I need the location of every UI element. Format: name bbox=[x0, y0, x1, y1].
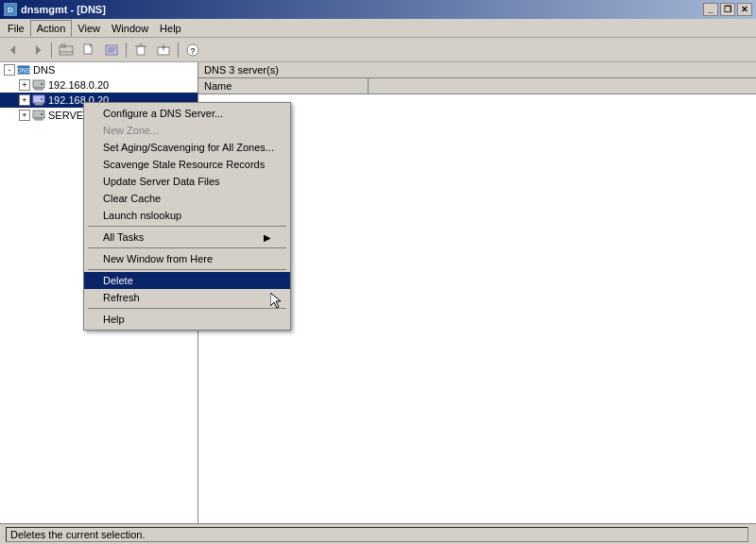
server3-icon bbox=[32, 109, 45, 122]
status-bar: Deletes the current selection. bbox=[0, 523, 756, 544]
svg-point-28 bbox=[41, 98, 43, 100]
svg-marker-3 bbox=[36, 45, 41, 55]
toolbar-sep-2 bbox=[126, 42, 127, 58]
tree-item-server1[interactable]: + 192.168.0.20 bbox=[0, 77, 198, 93]
menu-file[interactable]: File bbox=[2, 21, 30, 36]
ctx-update-server[interactable]: Update Server Data Files bbox=[84, 173, 290, 190]
help-toolbar-button[interactable]: ? bbox=[182, 41, 203, 60]
svg-rect-30 bbox=[35, 118, 43, 120]
restore-button[interactable]: ❐ bbox=[720, 3, 735, 16]
delete-toolbar-button[interactable] bbox=[130, 41, 151, 60]
console-root-button[interactable] bbox=[56, 41, 77, 60]
tree-expand-server2[interactable]: + bbox=[19, 94, 30, 106]
new-button[interactable] bbox=[78, 41, 99, 60]
svg-text:DNS: DNS bbox=[17, 67, 30, 74]
ctx-sep-3 bbox=[88, 269, 286, 270]
svg-rect-23 bbox=[33, 80, 44, 88]
right-pane-header: DNS 3 server(s) bbox=[198, 62, 756, 78]
app-icon: D bbox=[4, 3, 17, 16]
column-headers: Name bbox=[198, 78, 756, 94]
menu-help[interactable]: Help bbox=[154, 21, 187, 36]
ctx-configure-dns[interactable]: Configure a DNS Server... bbox=[84, 105, 290, 122]
ctx-all-tasks[interactable]: All Tasks ▶ bbox=[84, 229, 290, 246]
toolbar: ? bbox=[0, 38, 756, 62]
title-bar-left: D dnsmgmt - [DNS] bbox=[4, 3, 106, 16]
submenu-arrow: ▶ bbox=[264, 232, 271, 243]
ctx-launch-nslookup[interactable]: Launch nslookup bbox=[84, 207, 290, 224]
properties-button[interactable] bbox=[101, 41, 122, 60]
toolbar-sep-3 bbox=[178, 42, 179, 58]
ctx-refresh[interactable]: Refresh bbox=[84, 289, 290, 306]
menu-window[interactable]: Window bbox=[106, 21, 154, 36]
minimize-button[interactable]: _ bbox=[703, 3, 718, 16]
context-menu: Configure a DNS Server... New Zone... Se… bbox=[83, 102, 291, 331]
ctx-clear-cache[interactable]: Clear Cache bbox=[84, 190, 290, 207]
tree-dns-label: DNS bbox=[33, 64, 55, 76]
title-bar-buttons: _ ❐ ✕ bbox=[703, 3, 752, 16]
window-title: dnsmgmt - [DNS] bbox=[21, 4, 106, 15]
export-button[interactable] bbox=[153, 41, 174, 60]
svg-point-25 bbox=[41, 83, 43, 85]
svg-text:D: D bbox=[8, 6, 13, 14]
server1-icon bbox=[32, 78, 45, 92]
back-button[interactable] bbox=[4, 41, 25, 60]
status-message: Deletes the current selection. bbox=[6, 527, 748, 542]
ctx-new-zone[interactable]: New Zone... bbox=[84, 122, 290, 139]
dns-root-icon: DNS bbox=[17, 63, 30, 76]
svg-marker-2 bbox=[10, 45, 15, 55]
ctx-sep-2 bbox=[88, 247, 286, 248]
svg-rect-24 bbox=[35, 88, 43, 90]
menu-view[interactable]: View bbox=[72, 21, 106, 36]
svg-point-31 bbox=[41, 113, 43, 115]
tree-expand-dns[interactable]: - bbox=[4, 64, 15, 76]
ctx-scavenge[interactable]: Scavenge Stale Resource Records bbox=[84, 156, 290, 173]
svg-rect-13 bbox=[137, 46, 145, 55]
ctx-delete[interactable]: Delete bbox=[84, 272, 290, 289]
ctx-sep-1 bbox=[88, 226, 286, 227]
svg-text:?: ? bbox=[190, 46, 196, 56]
ctx-new-window[interactable]: New Window from Here bbox=[84, 250, 290, 267]
close-button[interactable]: ✕ bbox=[737, 3, 752, 16]
ctx-set-aging[interactable]: Set Aging/Scavenging for All Zones... bbox=[84, 139, 290, 156]
tree-item-dns[interactable]: - DNS DNS bbox=[0, 62, 198, 77]
name-column-header: Name bbox=[198, 78, 369, 94]
title-bar: D dnsmgmt - [DNS] _ ❐ ✕ bbox=[0, 0, 756, 19]
forward-button[interactable] bbox=[26, 41, 47, 60]
menu-action[interactable]: Action bbox=[30, 20, 73, 37]
svg-rect-26 bbox=[33, 95, 44, 103]
tree-server1-label: 192.168.0.20 bbox=[48, 79, 109, 91]
svg-rect-29 bbox=[33, 110, 44, 118]
menu-bar: File Action View Window Help bbox=[0, 19, 756, 38]
server2-icon bbox=[32, 94, 45, 107]
tree-expand-server3[interactable]: + bbox=[19, 110, 30, 121]
svg-rect-27 bbox=[35, 103, 43, 105]
ctx-sep-4 bbox=[88, 308, 286, 309]
toolbar-sep-1 bbox=[51, 42, 52, 58]
ctx-help[interactable]: Help bbox=[84, 311, 290, 328]
tree-expand-server1[interactable]: + bbox=[19, 79, 30, 91]
